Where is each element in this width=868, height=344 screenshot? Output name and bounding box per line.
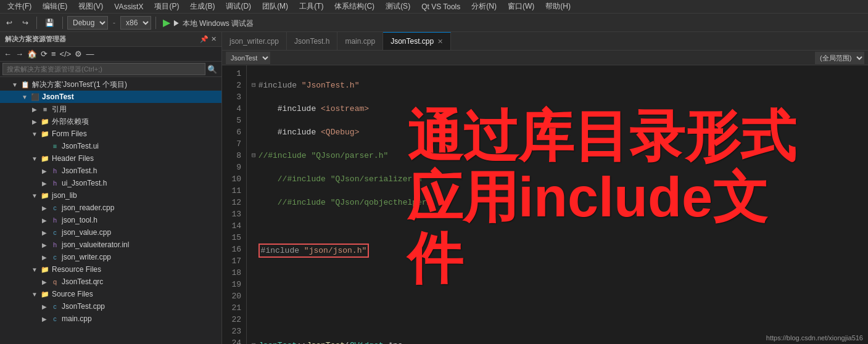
menu-analyze[interactable]: 分析(N) <box>466 0 502 13</box>
ui-file-icon: ≡ <box>49 142 60 150</box>
run-label: ▶ 本地 Windows 调试器 <box>173 19 254 28</box>
code-line-11 <box>252 316 863 328</box>
fold-4[interactable]: ⊟ <box>252 150 256 162</box>
header-files-arrow-icon: ▼ <box>30 155 39 162</box>
tree-item-resource-files[interactable]: ▼ 📁 Resource Files <box>0 263 221 276</box>
menu-edit[interactable]: 编辑(E) <box>38 0 72 13</box>
tab-json-writer-cpp[interactable]: json_writer.cpp <box>222 32 287 51</box>
code-line-1: ⊟#include "JsonTest.h" <box>252 80 863 91</box>
menu-view[interactable]: 视图(V) <box>73 0 108 13</box>
code-editor[interactable]: 12345 678910 1112131415 1617181920 21222… <box>222 65 868 344</box>
tree-item-jsontest-qrc[interactable]: ▶ q JsonTest.qrc <box>0 276 221 288</box>
tree-item-source-files[interactable]: ▼ 📁 Source Files <box>0 288 221 300</box>
ref-arrow-icon: ▶ <box>30 106 39 113</box>
tree-item-json-writer[interactable]: ▶ c json_writer.cpp <box>0 251 221 263</box>
watermark: https://blog.csdn.net/xiongjia516 <box>766 334 863 342</box>
source-files-icon: 📁 <box>39 290 51 298</box>
forward-button[interactable]: → <box>14 48 25 60</box>
ui-jsontest-h-label: ui_JsonTest.h <box>60 179 107 187</box>
json-value-arrow: ▶ <box>39 229 49 236</box>
jsontest-h-arrow-icon: ▶ <box>39 168 49 174</box>
close-sidebar-button[interactable]: ✕ <box>211 35 217 43</box>
tree-item-extern[interactable]: ▶ 📁 外部依赖项 <box>0 115 221 128</box>
pin-button[interactable]: — <box>85 48 95 60</box>
resource-files-arrow: ▼ <box>30 266 39 273</box>
jsontest-cpp-arrow: ▶ <box>39 303 49 310</box>
search-button[interactable]: 🔍 <box>205 65 219 74</box>
tab-main-cpp[interactable]: main.cpp <box>337 32 383 51</box>
scope-selector[interactable]: (全局范围) <box>815 52 864 64</box>
menu-test[interactable]: 测试(S) <box>381 0 415 13</box>
tab-close-button[interactable]: ✕ <box>437 38 443 46</box>
file-selector[interactable]: JsonTest <box>226 52 270 64</box>
undo-button[interactable]: ↩ <box>2 17 16 28</box>
tree-project-root[interactable]: ▼ ⬛ JsonTest <box>0 91 221 103</box>
fold-1[interactable]: ⊟ <box>252 80 256 91</box>
menu-project[interactable]: 项目(P) <box>149 0 184 13</box>
tree-item-ui-jsontest-h[interactable]: ▶ h ui_JsonTest.h <box>0 177 221 189</box>
solution-icon: 📋 <box>20 81 31 89</box>
redo-button[interactable]: ↪ <box>19 17 32 28</box>
tree-item-json-value[interactable]: ▶ c json_value.cpp <box>0 226 221 239</box>
menu-build[interactable]: 生成(B) <box>185 0 220 13</box>
tree-solution-root[interactable]: ▼ 📋 解决方案'JsonTest'(1 个项目) <box>0 78 221 91</box>
tree-item-main-cpp[interactable]: ▶ c main.cpp <box>0 313 221 325</box>
debug-config-select[interactable]: Debug <box>67 16 108 30</box>
tree-item-jsontest-h[interactable]: ▶ h JsonTest.h <box>0 165 221 177</box>
tab-jsontest-h-label: JsonTest.h <box>294 37 329 46</box>
json-reader-arrow: ▶ <box>39 205 49 211</box>
menubar: 文件(F) 编辑(E) 视图(V) VAssistX 项目(P) 生成(B) 调… <box>0 0 868 14</box>
json-lib-label: json_lib <box>51 191 77 200</box>
tab-jsontest-cpp[interactable]: JsonTest.cpp ✕ <box>383 32 451 51</box>
qrc-icon: q <box>49 278 60 285</box>
menu-team[interactable]: 团队(M) <box>257 0 293 13</box>
platform-select[interactable]: x86 <box>120 16 151 30</box>
qrc-label: JsonTest.qrc <box>60 277 103 286</box>
json-lib-icon: 📁 <box>39 192 51 200</box>
tree-item-form-files[interactable]: ▼ 📁 Form Files <box>0 128 221 140</box>
main-cpp-icon: c <box>49 315 60 322</box>
save-button[interactable]: 💾 <box>41 17 58 28</box>
qrc-arrow: ▶ <box>39 279 49 285</box>
menu-vassistx[interactable]: VAssistX <box>109 1 148 12</box>
code-line-9 <box>252 269 863 281</box>
jsontest-cpp-icon: c <box>49 303 60 310</box>
json-writer-arrow: ▶ <box>39 254 49 261</box>
filter-button[interactable]: ≡ <box>50 48 57 60</box>
tree-item-ref[interactable]: ▶ ■ 引用 <box>0 103 221 115</box>
source-files-arrow: ▼ <box>30 291 39 298</box>
code-content[interactable]: ⊟#include "JsonTest.h" #include <iostrea… <box>247 65 868 344</box>
tree-item-json-valueiterator[interactable]: ▶ h json_valueiterator.inl <box>0 239 221 251</box>
code-view-button[interactable]: </> <box>59 48 73 60</box>
settings-button[interactable]: ⚙ <box>73 48 83 60</box>
back-button[interactable]: ← <box>2 48 13 60</box>
tree-item-json-reader[interactable]: ▶ c json_reader.cpp <box>0 202 221 214</box>
refresh-button[interactable]: ⟳ <box>39 48 49 60</box>
jsontest-h-label: JsonTest.h <box>60 166 97 175</box>
search-input[interactable] <box>2 63 205 75</box>
menu-window[interactable]: 窗口(W) <box>503 0 539 13</box>
json-value-label: json_value.cpp <box>60 228 111 237</box>
sidebar-toolbar: ← → 🏠 ⟳ ≡ </> ⚙ — <box>0 47 221 62</box>
fold-12[interactable]: ⊟ <box>252 340 256 344</box>
menu-file[interactable]: 文件(F) <box>2 0 36 13</box>
menu-tools[interactable]: 工具(T) <box>294 0 328 13</box>
tab-jsontest-h[interactable]: JsonTest.h <box>287 32 337 51</box>
run-button[interactable]: ▶ ▶ 本地 Windows 调试器 <box>160 17 256 29</box>
json-valueiter-arrow: ▶ <box>39 242 49 248</box>
tree-item-header-files[interactable]: ▼ 📁 Header Files <box>0 152 221 165</box>
solution-arrow-icon: ▼ <box>10 81 20 88</box>
menu-arch[interactable]: 体系结构(C) <box>329 0 379 13</box>
home-button[interactable]: 🏠 <box>26 48 38 60</box>
code-line-10 <box>252 293 863 305</box>
menu-qt[interactable]: Qt VS Tools <box>416 1 465 12</box>
tree-item-jsontest-cpp[interactable]: ▶ c JsonTest.cpp <box>0 300 221 313</box>
code-line-2: #include <iostream> <box>252 103 863 115</box>
code-line-5: //#include "QJson/serializer.h" <box>252 173 863 185</box>
menu-debug[interactable]: 调试(D) <box>221 0 256 13</box>
tree-item-json-tool[interactable]: ▶ h json_tool.h <box>0 214 221 226</box>
pin-icon[interactable]: 📌 <box>200 35 209 43</box>
menu-help[interactable]: 帮助(H) <box>540 0 576 13</box>
tree-item-jsontest-ui[interactable]: ≡ JsonTest.ui <box>0 140 221 152</box>
tree-item-json-lib[interactable]: ▼ 📁 json_lib <box>0 189 221 202</box>
